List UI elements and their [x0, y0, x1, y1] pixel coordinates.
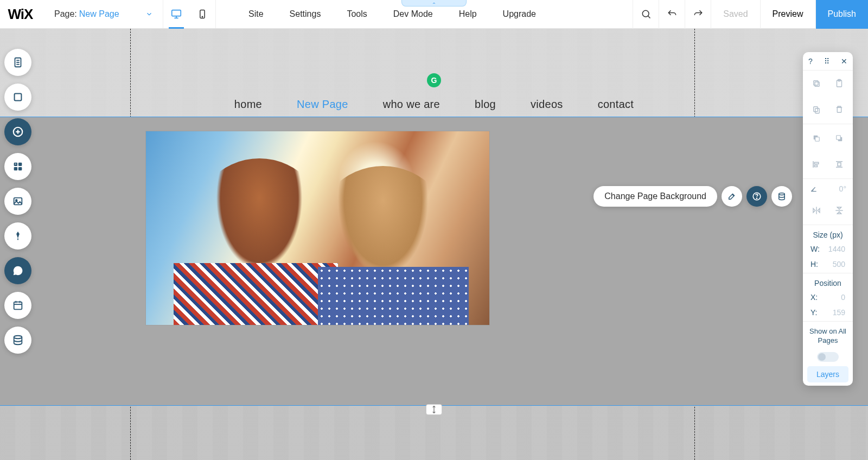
panel-close-icon[interactable]: ✕ — [841, 57, 847, 66]
svg-rect-40 — [815, 137, 820, 142]
bring-front-button[interactable] — [807, 131, 826, 146]
menu-tools[interactable]: Tools — [347, 9, 367, 19]
plus-icon — [12, 126, 24, 138]
mobile-view-button[interactable] — [189, 0, 215, 29]
height-field[interactable]: H:500 — [803, 257, 853, 272]
menu-dev-mode[interactable]: Dev Mode — [393, 9, 433, 19]
svg-line-6 — [648, 16, 650, 18]
properties-panel[interactable]: ? ⠿ ✕ 0° Size (px) W:1440 H:500 Position… — [803, 52, 853, 386]
saved-status: Saved — [711, 0, 760, 29]
desktop-view-button[interactable] — [163, 0, 189, 29]
svg-rect-37 — [815, 108, 820, 113]
nav-new-page[interactable]: New Page — [297, 98, 348, 111]
publish-button[interactable]: Publish — [815, 0, 868, 29]
menu-upgrade[interactable]: Upgrade — [503, 9, 536, 19]
duplicate-icon — [812, 105, 821, 114]
nav-who-we-are[interactable]: who we are — [383, 98, 440, 111]
square-icon — [12, 91, 24, 103]
site-nav-menu[interactable]: home New Page who we are blog videos con… — [0, 98, 868, 111]
redo-button[interactable] — [685, 0, 711, 29]
flip-v-icon — [834, 206, 844, 215]
database-icon — [777, 191, 787, 201]
media-button[interactable] — [4, 188, 31, 215]
y-field[interactable]: Y:159 — [803, 305, 853, 320]
svg-point-27 — [14, 336, 22, 339]
panel-help-icon[interactable]: ? — [808, 57, 813, 66]
svg-marker-50 — [813, 208, 815, 213]
svg-text:+: + — [15, 162, 17, 166]
grammarly-badge[interactable]: G — [427, 73, 441, 87]
image-icon — [12, 195, 24, 207]
content-manager-button[interactable] — [4, 327, 31, 354]
database-icon — [12, 334, 24, 346]
copy-icon — [812, 79, 821, 88]
add-element-button[interactable] — [4, 118, 31, 145]
send-back-button[interactable] — [829, 131, 849, 146]
pages-button[interactable] — [4, 49, 31, 76]
svg-point-29 — [756, 198, 757, 199]
trash-icon — [834, 105, 844, 114]
bookings-button[interactable] — [4, 292, 31, 319]
section-resize-handle[interactable] — [426, 404, 442, 415]
help-button[interactable] — [746, 186, 767, 207]
blog-button[interactable] — [4, 222, 31, 250]
editor-canvas[interactable]: G home New Page who we are blog videos c… — [0, 29, 868, 460]
ascend-button[interactable] — [4, 257, 31, 284]
question-icon — [752, 191, 762, 201]
rotation-value: 0° — [839, 184, 846, 193]
change-background-button[interactable]: Change Page Background — [593, 186, 717, 207]
preview-button[interactable]: Preview — [760, 0, 815, 29]
top-bar: WiX Page: New Page Site Settings Tools D… — [0, 0, 868, 29]
design-button[interactable] — [722, 186, 742, 207]
page-selector[interactable]: Page: New Page — [41, 9, 163, 19]
panel-header: ? ⠿ ✕ — [803, 52, 853, 71]
menu-settings[interactable]: Settings — [290, 9, 321, 19]
paste-button[interactable] — [829, 76, 849, 91]
layers-button[interactable]: Layers — [807, 366, 848, 382]
hero-image[interactable] — [146, 131, 489, 325]
back-icon — [834, 133, 844, 143]
flip-horizontal-button[interactable] — [807, 203, 826, 218]
top-drawer-handle[interactable] — [401, 0, 467, 7]
x-field[interactable]: X:0 — [803, 290, 853, 305]
svg-marker-53 — [837, 207, 841, 209]
svg-rect-11 — [15, 94, 22, 101]
paste-icon — [834, 79, 844, 88]
align-left-icon — [812, 159, 821, 169]
svg-rect-22 — [17, 239, 18, 240]
show-on-all-pages-label: Show on All Pages — [803, 323, 853, 350]
rotation-row[interactable]: 0° — [803, 180, 853, 197]
chat-icon — [12, 265, 24, 277]
svg-rect-47 — [838, 163, 841, 166]
undo-button[interactable] — [659, 0, 685, 29]
flip-vertical-button[interactable] — [829, 203, 849, 218]
nav-videos[interactable]: videos — [531, 98, 563, 111]
wix-logo: WiX — [0, 6, 41, 23]
nav-contact[interactable]: contact — [598, 98, 634, 111]
duplicate-button[interactable] — [807, 102, 826, 117]
chevron-down-icon — [145, 10, 153, 18]
svg-rect-20 — [14, 198, 22, 205]
panel-drag-icon[interactable]: ⠿ — [824, 57, 829, 66]
svg-marker-51 — [818, 208, 820, 213]
apps-button[interactable]: + — [4, 153, 31, 180]
svg-marker-54 — [837, 212, 841, 214]
svg-rect-18 — [18, 167, 22, 170]
svg-rect-42 — [837, 136, 841, 140]
distribute-button[interactable] — [829, 157, 849, 172]
width-field[interactable]: W:1440 — [803, 241, 853, 257]
align-left-button[interactable] — [807, 157, 826, 172]
show-on-all-pages-toggle[interactable] — [817, 352, 839, 362]
nav-blog[interactable]: blog — [475, 98, 496, 111]
page-icon — [12, 56, 24, 68]
menu-site[interactable]: Site — [248, 9, 264, 19]
menu-help[interactable]: Help — [459, 9, 477, 19]
background-button[interactable] — [4, 84, 31, 111]
data-button[interactable] — [771, 186, 792, 207]
delete-button[interactable] — [829, 102, 849, 117]
copy-button[interactable] — [807, 76, 826, 91]
context-toolbar: Change Page Background — [593, 186, 792, 207]
front-icon — [812, 133, 821, 143]
zoom-button[interactable] — [633, 0, 659, 29]
nav-home[interactable]: home — [234, 98, 262, 111]
